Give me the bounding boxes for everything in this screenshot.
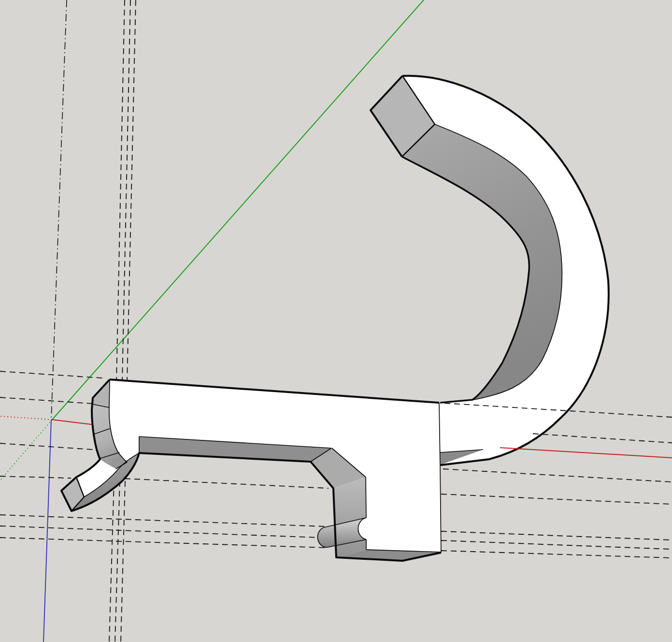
- modeling-viewport[interactable]: [0, 0, 672, 642]
- viewport-canvas[interactable]: [0, 0, 672, 642]
